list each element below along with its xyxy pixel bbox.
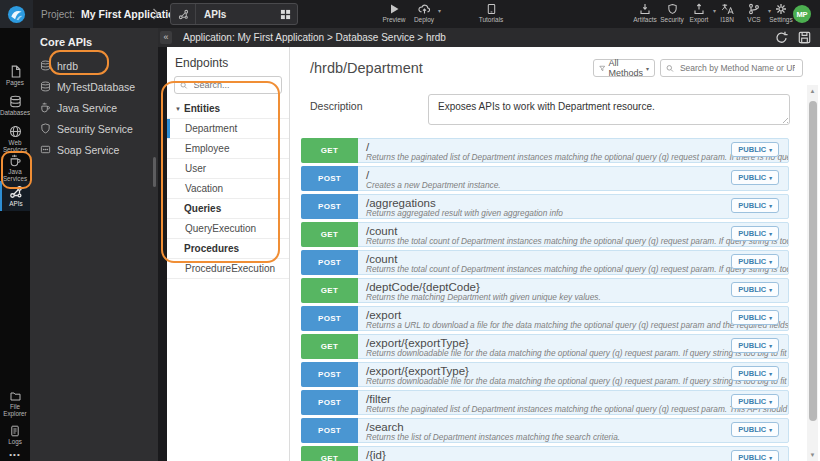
access-level-button[interactable]: PUBLIC ▾ [731, 142, 779, 157]
api-endpoint-row[interactable]: POST /search Returns the list of Departm… [301, 418, 789, 443]
core-api-item[interactable]: MyTestDatabase [30, 76, 158, 97]
endpoint-tree-row[interactable]: ProcedureExecution [167, 259, 289, 279]
resource-selector[interactable]: APIs [170, 3, 298, 25]
user-avatar[interactable]: MP [793, 5, 811, 23]
endpoint-description: Returns the paginated list of Department… [366, 153, 780, 162]
endpoint-description: Returns downloadable file for the data m… [366, 377, 780, 386]
api-endpoint-row[interactable]: POST /count Returns the total count of D… [301, 250, 789, 275]
branch-icon [748, 3, 760, 15]
sidebar-item-databases[interactable]: Databases [0, 95, 30, 116]
api-endpoint-row[interactable]: GET /count Returns the total count of De… [301, 222, 789, 247]
resize-handle[interactable] [780, 115, 788, 123]
api-endpoint-row[interactable]: POST /aggregations Returns aggregated re… [301, 194, 789, 219]
sidebar-item-apis[interactable]: APIs [0, 181, 30, 211]
tree-expand-arrow-icon[interactable]: ▼ [175, 106, 184, 112]
core-api-item[interactable]: Soap Service [30, 139, 158, 160]
sidebar-item-java-services[interactable]: Java Services [0, 154, 30, 182]
refresh-button[interactable] [775, 31, 788, 44]
sidebar-item-logs[interactable]: Logs [0, 425, 30, 445]
description-textarea[interactable]: Exposes APIs to work with Department res… [428, 94, 790, 125]
endpoint-tree-row[interactable]: Procedures [167, 239, 289, 259]
core-api-item[interactable]: Security Service [30, 118, 158, 139]
access-level-button[interactable]: PUBLIC ▾ [731, 394, 779, 409]
deploy-button[interactable]: Deploy ▾ [404, 3, 444, 24]
method-search-box[interactable] [660, 59, 803, 77]
endpoint-tree-row[interactable]: Queries [167, 199, 289, 219]
scrollbar-thumb[interactable] [809, 101, 817, 421]
api-endpoint-row[interactable]: GET /{id} Returns the Department instanc… [301, 446, 789, 461]
soap-icon [40, 144, 51, 155]
endpoint-tree-row[interactable]: Vacation [167, 179, 289, 199]
access-level-button[interactable]: PUBLIC ▾ [731, 338, 779, 353]
endpoint-tree-label: QueryExecution [185, 223, 256, 234]
http-method-badge: GET [301, 138, 358, 163]
save-button[interactable] [798, 31, 811, 44]
methods-filter-dropdown[interactable]: All Methods ▾ [593, 59, 655, 77]
access-level-button[interactable]: PUBLIC ▾ [731, 310, 779, 325]
access-level-button[interactable]: PUBLIC ▾ [731, 422, 779, 437]
access-level-label: PUBLIC [738, 369, 766, 378]
method-search-input[interactable] [678, 62, 797, 74]
endpoints-search-input[interactable] [192, 79, 276, 91]
chevron-down-icon: ▾ [769, 427, 772, 433]
endpoint-tree-row[interactable]: QueryExecution [167, 219, 289, 239]
sidebar-item-pages[interactable]: Pages [0, 65, 30, 86]
access-level-button[interactable]: PUBLIC ▾ [731, 366, 779, 381]
web-services-label: Web Services [3, 139, 27, 153]
vcs-label: VCS [747, 16, 760, 23]
endpoint-tree-row[interactable]: Employee [167, 139, 289, 159]
api-endpoint-row[interactable]: POST / Creates a new Department instance… [301, 166, 789, 191]
endpoints-search-box[interactable] [174, 76, 282, 94]
access-level-button[interactable]: PUBLIC ▾ [731, 198, 779, 213]
endpoint-tree-row[interactable]: User [167, 159, 289, 179]
search-icon [180, 81, 188, 90]
app-root: Project: My First Application APIs Previ… [0, 0, 820, 461]
api-endpoint-row[interactable]: GET / Returns the paginated list of Depa… [301, 138, 789, 163]
core-api-item[interactable]: hrdb [30, 55, 158, 76]
core-api-item[interactable]: Java Service [30, 97, 158, 118]
sidebar-item-file-explorer[interactable]: File Explorer [0, 390, 30, 417]
breadcrumb: Application: My First Application > Data… [183, 32, 446, 43]
core-apis-list: hrdb [30, 55, 158, 160]
http-method-badge: POST [301, 418, 358, 443]
api-endpoint-row[interactable]: POST /filter Returns the paginated list … [301, 390, 789, 415]
app-logo[interactable] [0, 0, 33, 28]
http-method-badge: GET [301, 334, 358, 359]
more-options-button[interactable]: ••• [0, 450, 30, 459]
main-scrollbar[interactable]: ▲ ▼ [807, 85, 818, 461]
left-nav-rail: Pages Databases Web Services Java Servic… [0, 28, 30, 461]
endpoint-description: Returns downloadable file for the data m… [366, 349, 780, 358]
tutorials-button[interactable]: Tutorials [471, 3, 511, 24]
databases-label: Databases [0, 109, 30, 116]
api-endpoint-row[interactable]: POST /export Returns a URL to download a… [301, 306, 789, 331]
http-method-badge: POST [301, 166, 358, 191]
endpoints-panel: Endpoints ▼ Entities Department [167, 47, 290, 461]
logs-label: Logs [8, 438, 22, 445]
access-level-button[interactable]: PUBLIC ▾ [731, 450, 779, 461]
grid-icon[interactable] [280, 9, 291, 20]
http-method-badge: POST [301, 250, 358, 275]
core-panel-scrollbar-thumb[interactable] [153, 157, 156, 187]
access-level-button[interactable]: PUBLIC ▾ [731, 282, 779, 297]
access-level-button[interactable]: PUBLIC ▾ [731, 254, 779, 269]
api-endpoint-row[interactable]: GET /deptCode/{deptCode} Returns the mat… [301, 278, 789, 303]
endpoint-tree-label: User [185, 163, 206, 174]
endpoint-tree-row[interactable]: Department [167, 119, 289, 139]
sidebar-item-web-services[interactable]: Web Services [0, 125, 30, 153]
translate-icon [721, 3, 734, 15]
wavemaker-logo-icon [7, 5, 26, 24]
scroll-up-arrow[interactable]: ▲ [807, 88, 818, 94]
access-level-button[interactable]: PUBLIC ▾ [731, 226, 779, 241]
play-icon [388, 3, 400, 15]
api-endpoint-row[interactable]: POST /export/{exportType} Returns downlo… [301, 362, 789, 387]
endpoint-tree-label: Vacation [185, 183, 223, 194]
scroll-down-arrow[interactable]: ▼ [807, 452, 818, 458]
api-endpoint-row[interactable]: GET /export/{exportType} Returns downloa… [301, 334, 789, 359]
upload-tray-icon [693, 3, 705, 15]
endpoint-description: Returns aggregated result with given agg… [366, 209, 780, 218]
access-level-button[interactable]: PUBLIC ▾ [731, 170, 779, 185]
endpoint-tree-row[interactable]: ▼ Entities [167, 99, 289, 119]
endpoint-text: /search Returns the list of Department i… [358, 419, 788, 442]
collapse-panel-button[interactable]: « [160, 31, 172, 44]
file-explorer-label: File Explorer [3, 403, 26, 417]
